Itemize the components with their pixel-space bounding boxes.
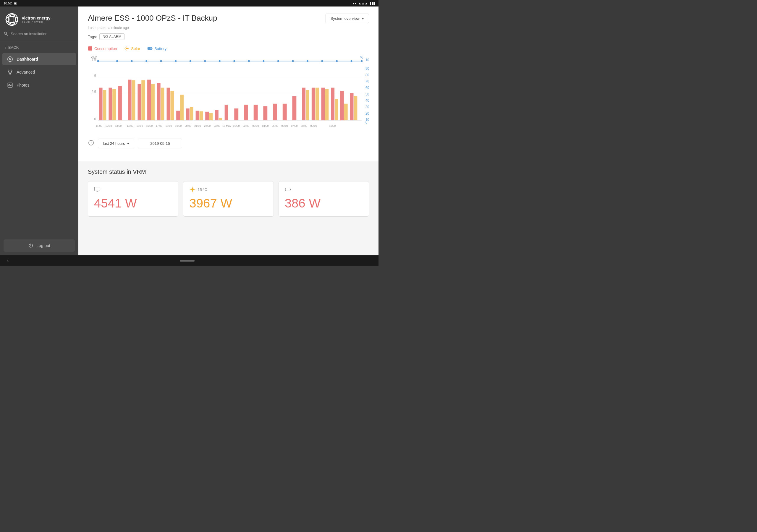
fork-icon	[7, 69, 13, 75]
svg-rect-103	[321, 88, 325, 120]
svg-rect-13	[88, 46, 92, 50]
svg-rect-90	[219, 118, 222, 120]
system-status-title: System status in VRM	[88, 168, 369, 175]
svg-text:kWh: kWh	[91, 56, 97, 59]
time-range-label: last 24 hours	[103, 141, 125, 146]
svg-rect-144	[285, 188, 290, 191]
svg-rect-106	[335, 99, 338, 121]
svg-point-0	[6, 14, 18, 25]
logo-text: victron energy BLUE POWER	[22, 16, 50, 23]
svg-text:80: 80	[366, 73, 369, 77]
sun-legend-icon	[124, 46, 130, 51]
image-icon	[7, 82, 13, 88]
svg-rect-108	[344, 104, 348, 120]
svg-point-3	[10, 14, 14, 25]
svg-point-52	[175, 60, 176, 62]
card-sun-icon: 15 °C	[189, 186, 267, 193]
chart-container: 7.5 5 2.5 0 kWh 100 90 80 70 60 50 40 30…	[88, 55, 369, 132]
svg-point-51	[160, 60, 162, 62]
legend-consumption-label: Consumption	[94, 46, 117, 51]
svg-rect-87	[205, 112, 209, 120]
svg-point-48	[116, 60, 118, 62]
date-input[interactable]	[138, 139, 182, 148]
svg-point-47	[97, 60, 99, 62]
victron-logo-icon	[5, 13, 19, 27]
svg-text:22:00: 22:00	[204, 124, 211, 127]
battery-status-icon: ▮▮▮	[370, 1, 375, 5]
svg-text:60: 60	[366, 86, 369, 90]
svg-rect-88	[209, 113, 213, 120]
svg-rect-78	[161, 88, 165, 120]
svg-point-49	[131, 60, 133, 62]
svg-point-65	[361, 60, 363, 62]
signal-icon: ▲▲▲	[358, 1, 368, 5]
svg-rect-81	[176, 111, 180, 121]
legend-solar-label: Solar	[131, 46, 140, 51]
svg-rect-136	[95, 187, 100, 191]
system-overview-button[interactable]: System overview ▾	[325, 14, 369, 23]
svg-rect-67	[103, 90, 106, 120]
search-icon	[4, 31, 8, 36]
svg-line-19	[125, 47, 126, 47]
logout-button[interactable]: Log out	[4, 239, 75, 252]
bottom-back-chevron-icon[interactable]: ‹	[7, 258, 9, 263]
svg-point-1	[8, 14, 15, 25]
bottom-pill[interactable]	[180, 260, 195, 262]
svg-text:19:00: 19:00	[175, 124, 182, 127]
legend-solar[interactable]: Solar	[124, 46, 140, 51]
card-consumption-value: 4541 W	[94, 196, 172, 210]
logo-subtext: BLUE POWER	[22, 21, 50, 24]
nav-item-advanced[interactable]: Advanced	[2, 66, 76, 78]
android-icon: ▣	[14, 1, 16, 5]
tags-row: Tags: NO-ALARM	[88, 33, 369, 40]
card-solar-value: 3967 W	[189, 196, 267, 210]
svg-point-50	[145, 60, 147, 62]
tags-label: Tags:	[88, 35, 97, 39]
svg-point-14	[126, 47, 128, 49]
svg-text:08:00: 08:00	[301, 124, 307, 127]
legend-battery[interactable]: Battery	[147, 46, 167, 51]
chart-svg: 7.5 5 2.5 0 kWh 100 90 80 70 60 50 40 30…	[88, 55, 369, 132]
svg-text:05:00: 05:00	[272, 124, 278, 127]
back-button[interactable]: ‹ BACK	[0, 42, 78, 53]
svg-rect-93	[244, 104, 248, 120]
svg-rect-107	[340, 91, 344, 120]
svg-text:2.5: 2.5	[92, 90, 96, 94]
svg-text:23:00: 23:00	[214, 124, 220, 127]
svg-rect-79	[167, 88, 170, 120]
svg-text:0: 0	[94, 117, 96, 121]
svg-rect-91	[225, 104, 228, 120]
logout-label: Log out	[36, 243, 50, 248]
nav-item-photos[interactable]: Photos	[2, 79, 76, 91]
svg-text:30: 30	[366, 105, 369, 109]
svg-text:40: 40	[366, 99, 369, 103]
svg-rect-73	[137, 84, 141, 120]
svg-text:15:00: 15:00	[136, 124, 143, 127]
svg-rect-94	[254, 104, 258, 120]
time-range-dropdown[interactable]: last 24 hours ▾	[98, 139, 134, 148]
svg-point-61	[307, 60, 308, 62]
svg-rect-68	[108, 88, 112, 120]
svg-line-22	[125, 50, 126, 50]
nav-item-dashboard[interactable]: Dashboard	[2, 53, 76, 65]
consumption-legend-icon	[88, 46, 93, 51]
svg-point-58	[262, 60, 264, 62]
svg-text:09:00: 09:00	[311, 124, 317, 127]
legend-consumption[interactable]: Consumption	[88, 46, 117, 51]
card-monitor-icon	[94, 186, 172, 193]
svg-point-9	[11, 70, 12, 71]
svg-rect-92	[234, 108, 238, 120]
chart-legend: Consumption Solar	[88, 46, 369, 51]
svg-rect-110	[354, 96, 357, 120]
clock-icon	[88, 139, 94, 148]
svg-point-64	[351, 60, 352, 62]
svg-line-21	[128, 47, 128, 47]
svg-rect-99	[302, 88, 305, 120]
svg-rect-89	[215, 110, 219, 120]
system-overview-label: System overview	[331, 16, 360, 21]
system-status-section: System status in VRM 4541 W	[78, 162, 378, 224]
svg-text:100: 100	[366, 58, 369, 62]
tag-no-alarm[interactable]: NO-ALARM	[99, 33, 125, 40]
svg-point-57	[248, 60, 250, 62]
search-bar[interactable]: Search an installation	[4, 31, 75, 36]
